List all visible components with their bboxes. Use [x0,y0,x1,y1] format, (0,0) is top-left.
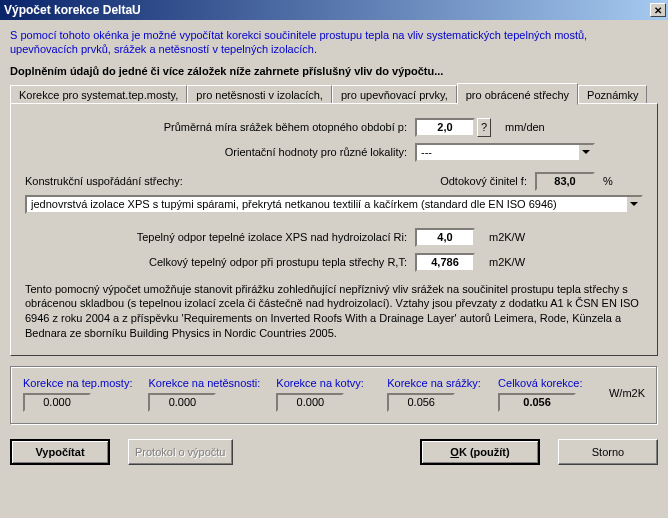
intro-text: S pomocí tohoto okénka je možné vypočíta… [10,28,658,57]
rt-label: Celkový tepelný odpor při prostupu tepla… [25,256,415,268]
res-total-label: Celková korekce: [498,377,593,389]
res-bridges-label: Korekce na tep.mosty: [23,377,132,389]
res-anchors-value [276,393,344,412]
res-unit: W/m2K [609,387,645,401]
window-title: Výpočet korekce DeltaU [4,3,141,17]
calculate-button[interactable]: Vypočítat [10,439,110,465]
question-icon: ? [481,121,487,133]
description-text: Tento pomocný výpočet umožňuje stanovit … [25,282,643,341]
close-icon: ✕ [654,5,662,16]
protocol-button: Protokol o výpočtu [128,439,233,465]
titlebar: Výpočet korekce DeltaU ✕ [0,0,668,20]
tabstrip: Korekce pro systemat.tep.mosty, pro netě… [10,83,658,104]
res-leaks-label: Korekce na netěsnosti: [148,377,260,389]
tab-fasteners[interactable]: pro upevňovací prvky, [332,85,457,104]
ok-button[interactable]: OK (použít) [420,439,540,465]
subhead-text: Doplněním údajů do jedné či více záložek… [10,65,658,77]
rt-input[interactable] [415,253,475,272]
window-body: S pomocí tohoto okénka je možné vypočíta… [0,20,668,473]
res-leaks-value [148,393,216,412]
tab-insulation-leaks[interactable]: pro netěsnosti v izolacích, [187,85,332,104]
res-total-value [498,393,576,412]
chevron-down-icon [630,202,638,206]
construction-dropdown-arrow[interactable] [627,195,643,214]
res-rain-label: Korekce na srážky: [387,377,482,389]
f-unit: % [603,175,643,187]
ri-input[interactable] [415,228,475,247]
tab-inverted-roofs[interactable]: pro obrácené střechy [457,83,578,105]
f-label: Odtokový činitel f: [440,175,527,187]
p-input[interactable] [415,118,475,137]
results-frame: Korekce na tep.mosty: Korekce na netěsno… [10,366,658,425]
rt-unit: m2K/W [489,256,525,268]
construction-value[interactable] [25,195,627,214]
p-help-button[interactable]: ? [477,118,491,137]
ri-label: Tepelný odpor tepelné izolace XPS nad hy… [25,231,415,243]
res-anchors-label: Korekce na kotvy: [276,377,371,389]
close-button[interactable]: ✕ [650,3,666,17]
tab-systematic-bridges[interactable]: Korekce pro systemat.tep.mosty, [10,85,187,104]
button-row: Vypočítat Protokol o výpočtu OK (použít)… [10,439,658,465]
ri-unit: m2K/W [489,231,525,243]
f-value [535,172,595,191]
cancel-button[interactable]: Storno [558,439,658,465]
ok-label-rest: K (použít) [459,446,510,458]
res-rain-value [387,393,455,412]
tab-notes[interactable]: Poznámky [578,85,647,104]
chevron-down-icon [582,150,590,154]
locality-value[interactable] [415,143,579,162]
tab-panel: Průměrná míra srážek během otopného obdo… [10,103,658,356]
p-unit: mm/den [505,121,545,133]
p-label: Průměrná míra srážek během otopného obdo… [25,121,415,133]
res-bridges-value [23,393,91,412]
locality-dropdown-arrow[interactable] [579,143,595,162]
locality-label: Orientační hodnoty pro různé lokality: [25,146,415,158]
construction-label: Konstrukční uspořádání střechy: [25,175,183,187]
construction-combo[interactable] [25,195,643,214]
locality-combo[interactable] [415,143,595,162]
